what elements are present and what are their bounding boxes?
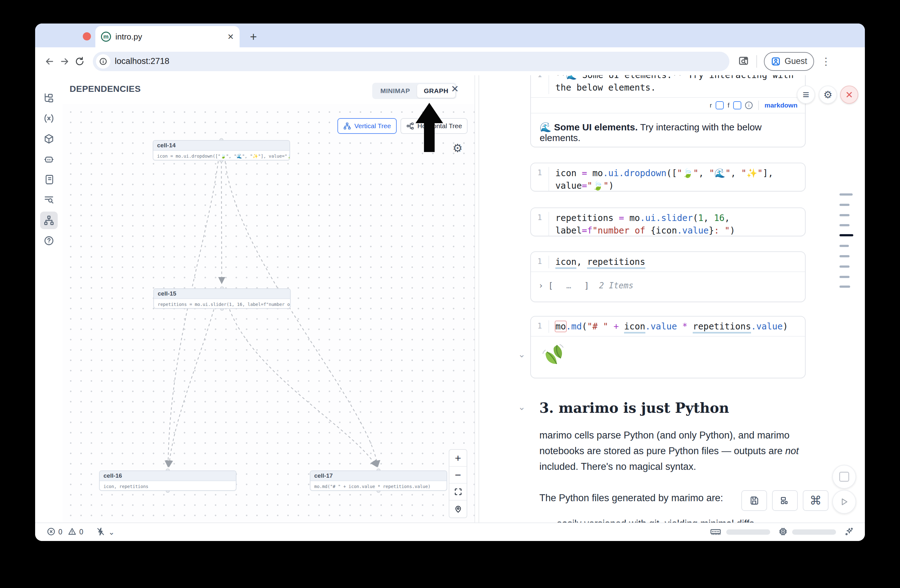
back-icon[interactable] — [42, 54, 57, 69]
profile-button[interactable]: Guest — [764, 52, 814, 71]
errors-count: 0 — [58, 528, 62, 536]
site-info-icon[interactable] — [96, 54, 110, 69]
shutdown-button[interactable]: ✕ — [840, 85, 858, 104]
forward-icon[interactable] — [57, 54, 72, 69]
notebook-cell-markdown[interactable]: 1 **🌊 Some UI elements.** Try interactin… — [530, 75, 805, 147]
toggle-graph[interactable]: GRAPH — [417, 84, 455, 98]
browser-tab-strip: m intro.py ✕ + — [35, 23, 865, 47]
browser-tab[interactable]: m intro.py ✕ — [95, 26, 240, 47]
output-bold-text: Some UI elements. — [554, 122, 638, 132]
ai-assistant-icon[interactable] — [40, 150, 58, 168]
bracket-open: [ — [548, 281, 553, 290]
minimap-cell-marker[interactable] — [839, 266, 849, 268]
footer-r-label: r — [710, 102, 712, 109]
variables-icon[interactable] — [40, 110, 58, 127]
run-button[interactable] — [832, 490, 856, 514]
language-badge[interactable]: markdown — [765, 102, 798, 109]
section-paragraph: marimo cells parse Python (and only Pyth… — [539, 427, 809, 475]
graph-settings-icon[interactable]: ⚙ — [453, 142, 462, 155]
minimap-cell-marker[interactable] — [839, 204, 849, 206]
minimap-cell-marker[interactable] — [839, 255, 849, 257]
snippets-icon[interactable] — [40, 171, 58, 188]
new-tab-button[interactable]: + — [246, 29, 261, 44]
chevron-down-icon[interactable]: ⌄ — [109, 528, 115, 537]
info-icon[interactable]: i — [745, 102, 753, 109]
traffic-light-close[interactable] — [83, 32, 91, 40]
notebook-cell-tuple[interactable]: 1 icon, repetitions › [ … ] 2 Items — [530, 251, 805, 302]
tab-search-icon[interactable] — [737, 55, 749, 68]
tab-close-icon[interactable]: ✕ — [227, 32, 234, 41]
graph-node-cell-17[interactable]: cell-17 mo.md("# " + icon.value * repeti… — [310, 470, 447, 491]
profile-icon — [771, 56, 781, 67]
minimap-cell-marker[interactable] — [839, 276, 849, 278]
section-chevron-icon[interactable]: ⌄ — [518, 402, 525, 412]
packages-icon[interactable] — [40, 130, 58, 148]
zoom-in-button[interactable]: + — [449, 450, 467, 467]
graph-node-cell-16[interactable]: cell-16 icon, repetitions — [99, 470, 236, 491]
ram-usage-bar — [726, 529, 770, 535]
notebook-menu-button[interactable]: ≡ — [797, 85, 815, 104]
node-title: cell-15 — [154, 289, 290, 299]
node-code: icon, repetitions — [100, 481, 236, 491]
interrupt-button[interactable] — [832, 465, 856, 489]
code-line: label=f"number of {icon.value}: ") — [556, 224, 735, 236]
autorun-disabled-icon[interactable] — [96, 527, 106, 537]
cpu-usage-bar — [792, 529, 836, 535]
zoom-out-button[interactable]: − — [449, 467, 467, 484]
reload-icon[interactable] — [72, 54, 87, 69]
code-line: **🌊 Some UI elements.** Try interacting … — [556, 75, 794, 82]
node-code: mo.md("# " + icon.value * repetitions.va… — [310, 481, 447, 491]
cell-output[interactable]: › [ … ] 2 Items — [531, 271, 805, 299]
file-tree-icon[interactable] — [40, 89, 58, 107]
line-number: 1 — [531, 320, 549, 333]
panel-scrollbar[interactable] — [478, 75, 479, 523]
help-icon[interactable] — [40, 232, 58, 249]
minimap-cell-marker[interactable] — [839, 224, 849, 226]
notebook-cell-slider[interactable]: 1 repetitions = mo.ui.slider(1, 16, labe… — [530, 207, 805, 236]
vertical-tree-button[interactable]: Vertical Tree — [337, 118, 397, 134]
code-editor[interactable]: 1 **🌊 Some UI elements.** Try interactin… — [531, 75, 805, 97]
minimap-cell-marker[interactable] — [839, 245, 849, 247]
minimap-cell-marker[interactable] — [839, 193, 853, 196]
browser-toolbar: localhost:2718 Guest ⋮ — [35, 47, 865, 75]
dependency-edges — [63, 104, 475, 523]
notebook-cell-md[interactable]: 1 mo.md("# " + icon.value * repetitions.… — [530, 316, 805, 378]
shortcuts-button[interactable]: ⌘ — [803, 490, 829, 511]
warnings-icon[interactable] — [67, 527, 77, 537]
dependency-graph-canvas[interactable]: Vertical Tree Horizontal Tree ⚙ cell-14 … — [63, 104, 475, 523]
expand-caret[interactable]: › — [538, 281, 543, 290]
status-bar: 0 0 ⌄ — [35, 523, 865, 541]
notebook-settings-button[interactable]: ⚙ — [819, 85, 837, 104]
f-checkbox[interactable] — [733, 101, 741, 109]
layout-icon — [780, 495, 790, 506]
close-panel-icon[interactable]: ✕ — [451, 84, 459, 94]
fit-view-button[interactable] — [449, 484, 467, 501]
ai-sparkle-icon[interactable] — [844, 527, 853, 537]
dependencies-icon[interactable] — [40, 212, 58, 229]
ram-icon — [709, 527, 722, 537]
toggle-minimap[interactable]: MINIMAP — [374, 84, 417, 98]
node-title: cell-14 — [154, 141, 289, 151]
node-title: cell-16 — [100, 471, 236, 481]
collapse-chevron-icon[interactable]: ⌄ — [518, 349, 525, 359]
minimap-cell-marker[interactable] — [839, 286, 850, 288]
footer-divider — [758, 101, 759, 110]
cell-output: 🌊 Some UI elements. Try interacting with… — [531, 113, 805, 147]
r-checkbox[interactable] — [715, 101, 724, 109]
search-logs-icon[interactable] — [40, 191, 58, 209]
graph-node-cell-15[interactable]: cell-15 repetitions = mo.ui.slider(1, 16… — [154, 288, 291, 309]
layout-button[interactable] — [772, 490, 798, 511]
graph-node-cell-14[interactable]: cell-14 icon = mo.ui.dropdown(["🍃", "🌊",… — [153, 140, 290, 161]
save-button[interactable] — [741, 490, 767, 511]
minimap-cell-marker-active[interactable] — [839, 234, 853, 236]
locate-pin-icon — [454, 504, 462, 514]
profile-label: Guest — [785, 56, 807, 66]
code-line: icon, repetitions — [556, 256, 646, 268]
url-bar[interactable]: localhost:2718 — [93, 52, 729, 71]
notebook-cell-dropdown[interactable]: 1 icon = mo.ui.dropdown(["🍃", "🌊", "✨"],… — [530, 162, 805, 192]
minimap-cell-marker[interactable] — [839, 214, 849, 216]
locate-button[interactable] — [449, 501, 467, 517]
errors-icon[interactable] — [47, 527, 56, 537]
browser-menu-icon[interactable]: ⋮ — [821, 56, 831, 67]
marimo-favicon: m — [101, 32, 111, 42]
